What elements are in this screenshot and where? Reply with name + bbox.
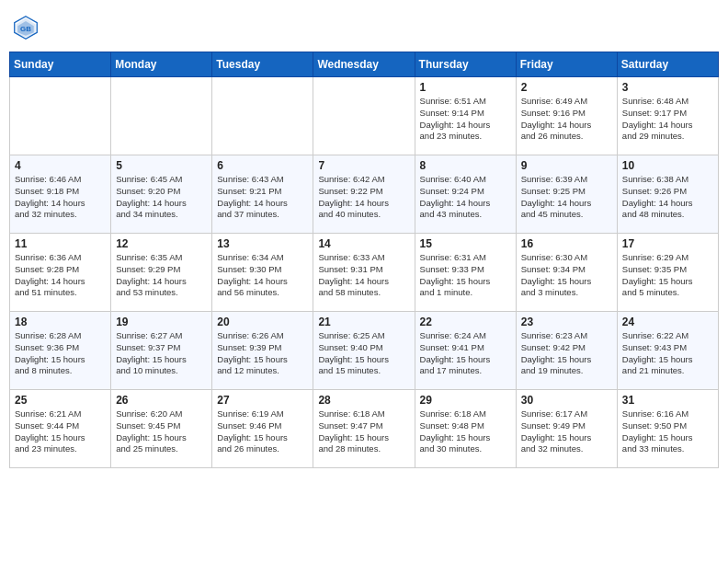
day-number: 29 xyxy=(420,394,511,407)
day-number: 18 xyxy=(15,316,106,328)
calendar-cell: 31Sunrise: 6:16 AM Sunset: 9:50 PM Dayli… xyxy=(617,390,718,468)
day-info: Sunrise: 6:26 AM Sunset: 9:39 PM Dayligh… xyxy=(217,330,308,377)
calendar-cell: 6Sunrise: 6:43 AM Sunset: 9:21 PM Daylig… xyxy=(212,155,313,234)
day-of-week-header: Tuesday xyxy=(212,52,313,77)
calendar-cell: 14Sunrise: 6:33 AM Sunset: 9:31 PM Dayli… xyxy=(313,234,415,312)
day-number: 8 xyxy=(420,159,511,172)
calendar-cell: 17Sunrise: 6:29 AM Sunset: 9:35 PM Dayli… xyxy=(617,234,718,312)
calendar-header-row: SundayMondayTuesdayWednesdayThursdayFrid… xyxy=(10,52,719,77)
day-number: 7 xyxy=(318,159,409,172)
day-of-week-header: Sunday xyxy=(10,52,111,77)
day-number: 3 xyxy=(622,81,713,94)
day-number: 26 xyxy=(116,394,207,407)
day-number: 22 xyxy=(420,316,511,328)
day-info: Sunrise: 6:38 AM Sunset: 9:26 PM Dayligh… xyxy=(622,174,713,221)
calendar-cell: 5Sunrise: 6:45 AM Sunset: 9:20 PM Daylig… xyxy=(111,155,212,234)
calendar-cell: 26Sunrise: 6:20 AM Sunset: 9:45 PM Dayli… xyxy=(111,390,212,468)
calendar-cell: 23Sunrise: 6:23 AM Sunset: 9:42 PM Dayli… xyxy=(516,312,617,390)
calendar-cell: 12Sunrise: 6:35 AM Sunset: 9:29 PM Dayli… xyxy=(111,234,212,312)
calendar-cell xyxy=(111,77,212,155)
calendar-cell: 3Sunrise: 6:48 AM Sunset: 9:17 PM Daylig… xyxy=(617,77,718,155)
day-of-week-header: Friday xyxy=(516,52,617,77)
day-number: 10 xyxy=(622,159,713,172)
day-number: 28 xyxy=(318,394,409,407)
calendar-cell: 13Sunrise: 6:34 AM Sunset: 9:30 PM Dayli… xyxy=(212,234,313,312)
day-of-week-header: Thursday xyxy=(415,52,516,77)
day-info: Sunrise: 6:27 AM Sunset: 9:37 PM Dayligh… xyxy=(116,330,207,377)
calendar-cell: 21Sunrise: 6:25 AM Sunset: 9:40 PM Dayli… xyxy=(313,312,415,390)
calendar-cell: 20Sunrise: 6:26 AM Sunset: 9:39 PM Dayli… xyxy=(212,312,313,390)
day-info: Sunrise: 6:30 AM Sunset: 9:34 PM Dayligh… xyxy=(521,252,612,299)
day-info: Sunrise: 6:31 AM Sunset: 9:33 PM Dayligh… xyxy=(420,252,511,299)
day-info: Sunrise: 6:42 AM Sunset: 9:22 PM Dayligh… xyxy=(318,174,409,221)
day-info: Sunrise: 6:25 AM Sunset: 9:40 PM Dayligh… xyxy=(318,330,409,377)
day-number: 14 xyxy=(318,237,409,250)
calendar-cell: 9Sunrise: 6:39 AM Sunset: 9:25 PM Daylig… xyxy=(516,155,617,234)
day-number: 20 xyxy=(217,316,308,328)
day-info: Sunrise: 6:33 AM Sunset: 9:31 PM Dayligh… xyxy=(318,252,409,299)
calendar-cell: 30Sunrise: 6:17 AM Sunset: 9:49 PM Dayli… xyxy=(516,390,617,468)
calendar-cell: 7Sunrise: 6:42 AM Sunset: 9:22 PM Daylig… xyxy=(313,155,415,234)
calendar-cell: 19Sunrise: 6:27 AM Sunset: 9:37 PM Dayli… xyxy=(111,312,212,390)
day-number: 31 xyxy=(622,394,713,407)
calendar-cell: 25Sunrise: 6:21 AM Sunset: 9:44 PM Dayli… xyxy=(10,390,111,468)
day-number: 30 xyxy=(521,394,612,407)
day-info: Sunrise: 6:51 AM Sunset: 9:14 PM Dayligh… xyxy=(420,96,511,143)
day-info: Sunrise: 6:20 AM Sunset: 9:45 PM Dayligh… xyxy=(116,408,207,455)
day-number: 24 xyxy=(622,316,713,328)
day-info: Sunrise: 6:48 AM Sunset: 9:17 PM Dayligh… xyxy=(622,96,713,143)
calendar-cell: 4Sunrise: 6:46 AM Sunset: 9:18 PM Daylig… xyxy=(10,155,111,234)
calendar-cell xyxy=(313,77,415,155)
logo: GB xyxy=(13,15,42,40)
day-info: Sunrise: 6:18 AM Sunset: 9:48 PM Dayligh… xyxy=(420,408,511,455)
day-info: Sunrise: 6:49 AM Sunset: 9:16 PM Dayligh… xyxy=(521,96,612,143)
day-number: 13 xyxy=(217,237,308,250)
day-info: Sunrise: 6:28 AM Sunset: 9:36 PM Dayligh… xyxy=(15,330,106,377)
page-header: GB xyxy=(9,9,719,46)
calendar-cell: 8Sunrise: 6:40 AM Sunset: 9:24 PM Daylig… xyxy=(415,155,516,234)
day-info: Sunrise: 6:39 AM Sunset: 9:25 PM Dayligh… xyxy=(521,174,612,221)
day-of-week-header: Monday xyxy=(111,52,212,77)
day-info: Sunrise: 6:21 AM Sunset: 9:44 PM Dayligh… xyxy=(15,408,106,455)
calendar-cell xyxy=(212,77,313,155)
calendar-week-row: 4Sunrise: 6:46 AM Sunset: 9:18 PM Daylig… xyxy=(10,155,719,234)
day-number: 23 xyxy=(521,316,612,328)
day-number: 19 xyxy=(116,316,207,328)
day-info: Sunrise: 6:19 AM Sunset: 9:46 PM Dayligh… xyxy=(217,408,308,455)
day-info: Sunrise: 6:35 AM Sunset: 9:29 PM Dayligh… xyxy=(116,252,207,299)
day-info: Sunrise: 6:34 AM Sunset: 9:30 PM Dayligh… xyxy=(217,252,308,299)
calendar-table: SundayMondayTuesdayWednesdayThursdayFrid… xyxy=(9,52,719,468)
day-of-week-header: Saturday xyxy=(617,52,718,77)
calendar-cell: 10Sunrise: 6:38 AM Sunset: 9:26 PM Dayli… xyxy=(617,155,718,234)
day-number: 27 xyxy=(217,394,308,407)
calendar-week-row: 11Sunrise: 6:36 AM Sunset: 9:28 PM Dayli… xyxy=(10,234,719,312)
calendar-cell: 2Sunrise: 6:49 AM Sunset: 9:16 PM Daylig… xyxy=(516,77,617,155)
calendar-cell: 29Sunrise: 6:18 AM Sunset: 9:48 PM Dayli… xyxy=(415,390,516,468)
day-number: 9 xyxy=(521,159,612,172)
day-info: Sunrise: 6:22 AM Sunset: 9:43 PM Dayligh… xyxy=(622,330,713,377)
day-number: 17 xyxy=(622,237,713,250)
calendar-cell: 1Sunrise: 6:51 AM Sunset: 9:14 PM Daylig… xyxy=(415,77,516,155)
calendar-cell: 11Sunrise: 6:36 AM Sunset: 9:28 PM Dayli… xyxy=(10,234,111,312)
calendar-week-row: 1Sunrise: 6:51 AM Sunset: 9:14 PM Daylig… xyxy=(10,77,719,155)
day-info: Sunrise: 6:36 AM Sunset: 9:28 PM Dayligh… xyxy=(15,252,106,299)
day-number: 15 xyxy=(420,237,511,250)
calendar-week-row: 18Sunrise: 6:28 AM Sunset: 9:36 PM Dayli… xyxy=(10,312,719,390)
day-number: 4 xyxy=(15,159,106,172)
day-number: 21 xyxy=(318,316,409,328)
day-info: Sunrise: 6:23 AM Sunset: 9:42 PM Dayligh… xyxy=(521,330,612,377)
day-info: Sunrise: 6:43 AM Sunset: 9:21 PM Dayligh… xyxy=(217,174,308,221)
day-info: Sunrise: 6:40 AM Sunset: 9:24 PM Dayligh… xyxy=(420,174,511,221)
day-info: Sunrise: 6:24 AM Sunset: 9:41 PM Dayligh… xyxy=(420,330,511,377)
day-number: 16 xyxy=(521,237,612,250)
calendar-cell: 15Sunrise: 6:31 AM Sunset: 9:33 PM Dayli… xyxy=(415,234,516,312)
day-number: 2 xyxy=(521,81,612,94)
calendar-cell: 18Sunrise: 6:28 AM Sunset: 9:36 PM Dayli… xyxy=(10,312,111,390)
day-info: Sunrise: 6:46 AM Sunset: 9:18 PM Dayligh… xyxy=(15,174,106,221)
logo-icon: GB xyxy=(13,15,39,40)
calendar-cell xyxy=(10,77,111,155)
calendar-cell: 24Sunrise: 6:22 AM Sunset: 9:43 PM Dayli… xyxy=(617,312,718,390)
day-number: 6 xyxy=(217,159,308,172)
day-info: Sunrise: 6:18 AM Sunset: 9:47 PM Dayligh… xyxy=(318,408,409,455)
calendar-cell: 16Sunrise: 6:30 AM Sunset: 9:34 PM Dayli… xyxy=(516,234,617,312)
